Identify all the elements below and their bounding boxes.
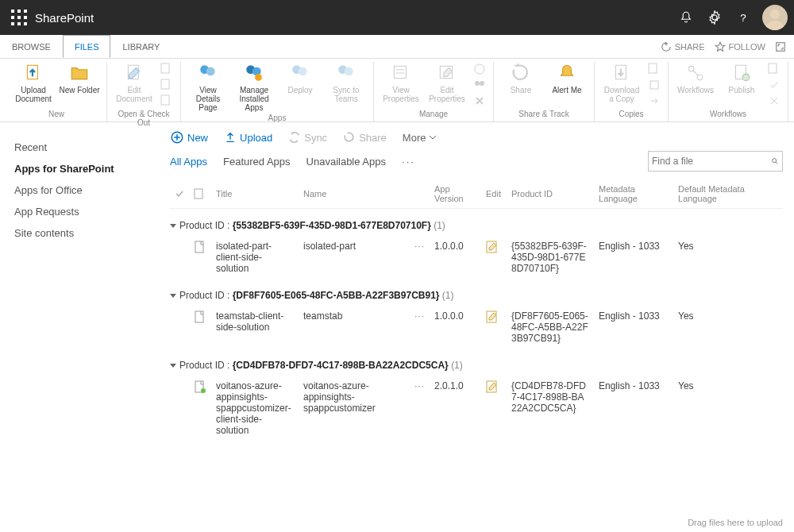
ribbon-tabs: BROWSE FILES LIBRARY SHARE FOLLOW [0, 35, 794, 59]
new-button[interactable]: New [170, 130, 208, 145]
col-version[interactable]: App Version [430, 179, 481, 209]
pivot-all-apps[interactable]: All Apps [170, 156, 207, 168]
cell-name[interactable]: isolated-part [299, 236, 410, 279]
user-avatar[interactable] [762, 5, 788, 30]
tab-browse[interactable]: BROWSE [0, 35, 63, 58]
view-details-page-label: View Details Page [187, 86, 229, 112]
settings-button[interactable] [702, 5, 727, 30]
col-product[interactable]: Product ID [507, 179, 594, 209]
cell-name[interactable]: voitanos-azure-appinsights-spappcustomiz… [299, 376, 410, 441]
svg-point-18 [206, 67, 215, 75]
edit-item-icon[interactable] [481, 376, 507, 441]
brand-label: SharePoint [35, 11, 94, 25]
svg-rect-8 [24, 22, 27, 25]
check-out-icon[interactable] [160, 62, 174, 76]
edit-document-button[interactable]: Edit Document [114, 62, 155, 108]
search-input[interactable] [652, 156, 771, 167]
col-edit[interactable]: Edit [481, 179, 507, 209]
view-properties-button[interactable]: View Properties [380, 62, 422, 108]
cancel-approval-icon[interactable] [767, 94, 781, 108]
app-launcher-button[interactable] [10, 8, 29, 27]
edit-properties-label: Edit Properties [426, 86, 468, 103]
item-menu-icon[interactable]: ··· [410, 236, 430, 279]
more-button[interactable]: More [403, 132, 437, 144]
command-bar: New Upload Sync Share More [170, 130, 783, 145]
type-icon [189, 376, 211, 441]
more-label: More [403, 132, 426, 144]
upload-document-button[interactable]: Upload Document [13, 62, 54, 108]
check-in-icon[interactable] [160, 78, 174, 92]
svg-point-23 [299, 67, 307, 75]
pivot-more[interactable]: ··· [402, 156, 415, 168]
cell-name[interactable]: teamstab [299, 306, 410, 349]
edit-item-icon[interactable] [481, 236, 507, 279]
deploy-button[interactable]: Deploy [279, 62, 321, 112]
notifications-button[interactable] [673, 5, 699, 30]
edit-item-icon[interactable] [481, 306, 507, 349]
cell-default: Yes [673, 376, 783, 441]
cell-version: 1.0.0.0 [430, 306, 481, 349]
publish-label: Publish [729, 86, 755, 94]
item-menu-icon[interactable]: ··· [410, 376, 430, 441]
send-to-icon[interactable] [647, 62, 661, 76]
publish-button[interactable]: Publish [721, 62, 762, 108]
share-page-button[interactable]: SHARE [661, 41, 705, 52]
group-header[interactable]: Product ID : {55382BF5-639F-435D-98D1-67… [170, 209, 783, 237]
col-title[interactable]: Title [211, 179, 299, 209]
tab-files[interactable]: FILES [63, 35, 111, 58]
find-file-searchbox[interactable] [648, 151, 783, 172]
download-copy-button[interactable]: Download a Copy [601, 62, 642, 108]
delete-icon[interactable] [472, 94, 487, 108]
nav-apps-office[interactable]: Apps for Office [0, 179, 159, 201]
col-lang[interactable]: Metadata Language [594, 179, 673, 209]
follow-button[interactable]: FOLLOW [715, 41, 765, 52]
manage-copies-icon[interactable] [647, 78, 661, 92]
table-row[interactable]: teamstab-client-side-solution teamstab ·… [170, 306, 783, 349]
download-copy-label: Download a Copy [601, 86, 642, 103]
svg-point-30 [480, 81, 484, 86]
group-header[interactable]: Product ID : {DF8F7605-E065-48FC-A5BB-A2… [170, 279, 783, 306]
workflows-button[interactable]: Workflows [675, 62, 716, 108]
nav-site-contents[interactable]: Site contents [0, 222, 159, 244]
nav-app-requests[interactable]: App Requests [0, 201, 159, 222]
col-name[interactable]: Name [299, 179, 410, 209]
edit-properties-button[interactable]: Edit Properties [426, 62, 468, 108]
view-details-page-button[interactable]: View Details Page [187, 62, 229, 112]
pivot-unavailable-apps[interactable]: Unavailable Apps [306, 156, 386, 168]
sync-to-teams-button[interactable]: Sync to Teams [326, 62, 367, 112]
discard-checkout-icon[interactable] [160, 94, 174, 108]
cell-product-id: {CD4DFB78-DFD7-4C17-898B-BA22A2CDC5CA} [507, 376, 594, 441]
group-header[interactable]: Product ID : {CD4DFB78-DFD7-4C17-898B-BA… [170, 349, 783, 376]
nav-apps-sharepoint[interactable]: Apps for SharePoint [0, 158, 159, 179]
focus-content-button[interactable] [775, 41, 786, 52]
version-history-icon[interactable] [472, 62, 487, 76]
table-row[interactable]: isolated-part-client-side-solution isola… [170, 236, 783, 279]
cell-default: Yes [673, 306, 783, 349]
cell-default: Yes [673, 236, 783, 279]
alert-me-button[interactable]: Alert Me [546, 62, 588, 108]
shared-with-icon[interactable] [472, 78, 487, 92]
cell-lang: English - 1033 [594, 376, 673, 441]
col-default[interactable]: Default Metadata Language [673, 179, 783, 209]
help-button[interactable]: ? [730, 5, 756, 30]
unpublish-icon[interactable] [767, 62, 781, 76]
table-row[interactable]: voitanos-azure-appinsights-spappcustomiz… [170, 376, 783, 441]
go-to-source-icon[interactable] [647, 94, 661, 108]
new-folder-button[interactable]: New Folder [59, 62, 100, 108]
svg-rect-2 [24, 10, 27, 13]
tab-library[interactable]: LIBRARY [110, 35, 172, 58]
manage-installed-apps-button[interactable]: Manage Installed Apps [233, 62, 275, 112]
ribbon-group-copies: Copies [601, 108, 661, 121]
approve-reject-icon[interactable] [767, 78, 781, 92]
type-icon [189, 236, 211, 279]
nav-recent[interactable]: Recent [0, 137, 159, 158]
sync-button[interactable]: Sync [288, 131, 327, 144]
pivot-featured-apps[interactable]: Featured Apps [223, 156, 291, 168]
drag-upload-hint: Drag files here to upload [688, 518, 783, 527]
select-all-icon[interactable] [175, 189, 184, 199]
share-cmd-button[interactable]: Share [343, 131, 387, 144]
item-menu-icon[interactable]: ··· [410, 306, 430, 349]
upload-button[interactable]: Upload [224, 131, 272, 144]
search-icon[interactable] [771, 156, 779, 167]
share-button-ribbon[interactable]: Share [500, 62, 542, 108]
